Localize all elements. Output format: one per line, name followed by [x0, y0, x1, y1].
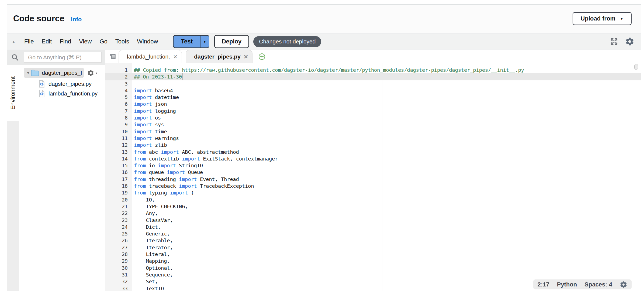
sidebar-rail [7, 121, 19, 291]
line-number: 9 [105, 121, 132, 128]
upload-from-label: Upload from [581, 15, 616, 22]
code-line-20: 20 IO, [105, 196, 641, 203]
menu-item-edit[interactable]: Edit [41, 38, 52, 45]
goto-anything-input[interactable] [24, 52, 102, 63]
code-text: import datetime [132, 94, 179, 101]
code-text: from contextlib import ExitStack, contex… [132, 155, 278, 162]
code-line-29: 29 Mapping, [105, 258, 641, 264]
indentation-setting[interactable]: Spaces: 4 [584, 281, 612, 288]
menu-item-file[interactable]: File [24, 38, 34, 45]
line-number: 13 [105, 149, 132, 155]
code-text: Literal, [132, 251, 170, 258]
folder-expand-icon[interactable]: ▼ [26, 71, 31, 75]
code-text: Iterable, [132, 237, 173, 244]
code-line-15: 15from io import StringIO [105, 162, 641, 169]
code-text: Sequence, [132, 271, 173, 278]
code-text: ## Copied from: https://raw.githubuserco… [132, 67, 524, 73]
code-text: import sys [132, 121, 164, 128]
tree-folder-row[interactable]: ▼ dagster_pipes_funct [24, 68, 84, 78]
code-line-3: 3 [105, 80, 641, 87]
line-number: 11 [105, 135, 132, 142]
folder-icon [31, 69, 39, 77]
menu-item-find[interactable]: Find [60, 38, 71, 45]
code-text: import warnings [132, 135, 179, 142]
menu-item-tools[interactable]: Tools [115, 38, 129, 45]
code-line-4: 4import base64 [105, 87, 641, 94]
menu-item-go[interactable]: Go [99, 38, 107, 45]
fullscreen-icon[interactable] [610, 37, 618, 46]
line-number: 10 [105, 128, 132, 135]
code-text: ClassVar, [132, 217, 173, 224]
editor-zone: lambda_function.×dagster_pipes.py× 1## C… [105, 50, 641, 291]
code-text: from queue import Queue [132, 169, 203, 176]
code-line-12: 12import zlib [105, 142, 641, 148]
line-number: 4 [105, 87, 132, 94]
deploy-button[interactable]: Deploy [214, 35, 249, 48]
test-dropdown-icon[interactable]: ▼ [200, 36, 209, 47]
chevron-down-icon: ▼ [620, 17, 624, 20]
code-line-14: 14from contextlib import ExitStack, cont… [105, 155, 641, 162]
settings-gear-icon[interactable] [625, 37, 634, 46]
environment-label: Environment [9, 76, 16, 110]
code-line-9: 9import sys [105, 121, 641, 128]
code-text: import time [132, 128, 167, 135]
test-button[interactable]: Test ▼ [173, 35, 209, 48]
code-line-7: 7import logging [105, 108, 641, 114]
gear-dropdown-icon: ▾ [96, 71, 97, 75]
code-line-26: 26 Iterable, [105, 237, 641, 244]
tab-list-icon[interactable] [109, 53, 117, 60]
line-number: 33 [105, 285, 132, 291]
tab-dagster_pipes.py[interactable]: dagster_pipes.py× [186, 50, 252, 63]
menu-items: FileEditFindViewGoToolsWindow [24, 38, 158, 45]
code-text: TYPE_CHECKING, [132, 203, 188, 210]
code-text: ## On 2023-11-30 [132, 73, 182, 80]
code-line-8: 8import os [105, 114, 641, 121]
code-text: import zlib [132, 142, 167, 148]
menu-item-window[interactable]: Window [137, 38, 158, 45]
code-text: Generic, [132, 230, 170, 237]
tree-settings-button[interactable]: ▾ [87, 69, 97, 77]
line-number: 21 [105, 203, 132, 210]
code-text: import base64 [132, 87, 173, 94]
vertical-scrollbar[interactable] [634, 64, 638, 70]
tab-label: lambda_function. [127, 53, 170, 60]
panel-header: Code source Info [13, 14, 82, 23]
info-link[interactable]: Info [71, 16, 82, 23]
code-line-21: 21 TYPE_CHECKING, [105, 203, 641, 210]
line-number: 2 [105, 73, 132, 80]
tree-file-lambda_function.py[interactable]: lambda_function.py [39, 89, 98, 98]
status-badge: Changes not deployed [253, 36, 321, 47]
code-text: Optional, [132, 265, 173, 271]
line-number: 30 [105, 265, 132, 271]
line-number: 29 [105, 258, 132, 264]
editor-settings-gear-icon[interactable] [620, 281, 627, 288]
language-mode[interactable]: Python [557, 281, 577, 288]
line-number: 12 [105, 142, 132, 148]
cursor-position[interactable]: 2:17 [538, 281, 549, 288]
line-number: 1 [105, 67, 132, 73]
code-editor[interactable]: 1## Copied from: https://raw.githubuserc… [105, 63, 641, 291]
new-tab-plus-icon[interactable] [258, 53, 265, 60]
goto-anything-row [7, 50, 105, 65]
code-text: import json [132, 101, 167, 107]
line-number: 18 [105, 183, 132, 189]
environment-tab[interactable]: Environment [7, 65, 19, 121]
tab-close-icon[interactable]: × [244, 53, 248, 60]
line-number: 24 [105, 224, 132, 230]
code-line-5: 5import datetime [105, 94, 641, 101]
tab-label: dagster_pipes.py [194, 53, 241, 60]
code-line-1: 1## Copied from: https://raw.githubuserc… [105, 67, 641, 73]
tab-lambda_function[interactable]: lambda_function.× [119, 50, 182, 63]
code-line-24: 24 Dict, [105, 224, 641, 230]
code-text: from typing import ( [132, 189, 194, 196]
code-text [132, 80, 134, 87]
code-text: import os [132, 114, 161, 121]
collapse-menubar-icon[interactable]: ▲ [12, 39, 18, 44]
code-text: IO, [132, 196, 155, 203]
menu-item-view[interactable]: View [79, 38, 92, 45]
tree-file-dagster_pipes.py[interactable]: dagster_pipes.py [39, 79, 92, 89]
python-file-icon [39, 80, 45, 88]
tab-close-icon[interactable]: × [173, 53, 177, 60]
upload-from-button[interactable]: Upload from ▼ [573, 12, 632, 25]
code-line-23: 23 ClassVar, [105, 217, 641, 224]
